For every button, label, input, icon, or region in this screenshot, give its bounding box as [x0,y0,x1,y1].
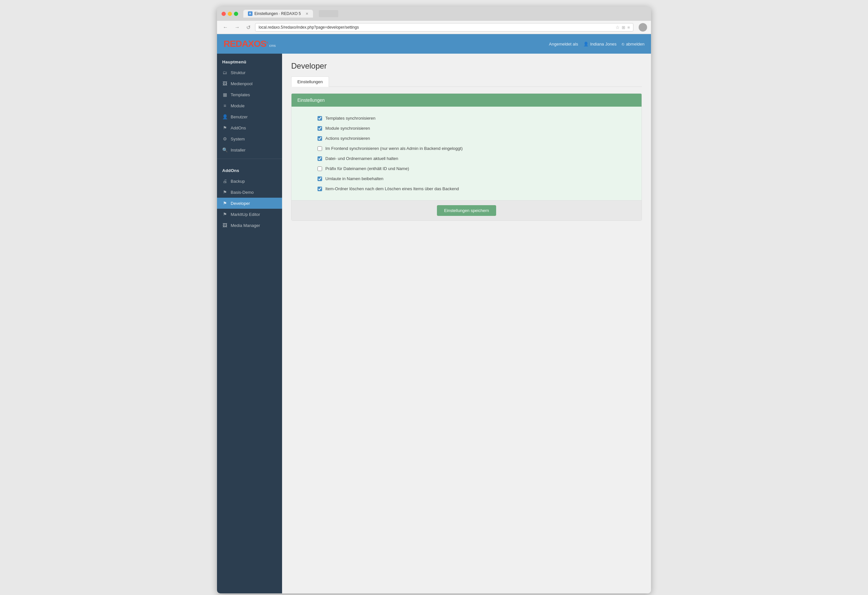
templates-icon: ▦ [222,92,227,97]
sidebar-item-module-label: Module [231,103,245,108]
username-label: Indiana Jones [590,41,617,47]
checkbox-datei-ordner[interactable] [317,156,322,161]
page-title: Developer [291,62,642,71]
logo-text: REDAXOS® [223,39,268,49]
bookmark-icon[interactable]: ☆ [616,25,620,30]
sidebar-item-templates-label: Templates [231,92,250,97]
sidebar-item-system[interactable]: ⚙ System [217,133,282,144]
hauptmenu-title: Hauptmenü [217,54,282,67]
checkbox-row-item-ordner: Item-Ordner löschen nach dem Löschen ein… [291,184,642,194]
username-area: 👤 Indiana Jones [583,41,617,47]
checkbox-umlaute[interactable] [317,177,322,181]
logout-icon: ⎋ [622,41,624,47]
reload-button[interactable]: ↺ [244,24,252,31]
back-button[interactable]: ← [221,24,230,31]
logout-area[interactable]: ⎋ abmelden [622,41,645,47]
app-main: Hauptmenü 🗂 Struktur 🖼 Medienpool ▦ Temp… [217,54,651,594]
tabs-bar: Einstellungen [291,77,642,87]
sidebar-item-installer[interactable]: 🔍 Installer [217,144,282,155]
checkbox-actions-sync[interactable] [317,136,322,141]
sidebar-item-system-label: System [231,137,245,141]
sidebar-item-media-manager-label: Media Manager [231,223,260,228]
sidebar-item-medienpool-label: Medienpool [231,81,252,86]
browser-toolbar: ← → ↺ local.redaxo.5/redaxo/index.php?pa… [217,21,651,34]
settings-panel-body: Templates synchronisieren Module synchro… [291,107,642,200]
app-logo: REDAXOS® cms [223,39,276,49]
checkbox-templates-sync[interactable] [317,116,322,121]
sidebar-item-struktur[interactable]: 🗂 Struktur [217,67,282,78]
module-icon: ≡ [222,103,227,108]
settings-panel: Einstellungen Templates synchronisieren … [291,93,642,221]
settings-panel-footer: Einstellungen speichern [291,200,642,221]
angemeldet-als-label: Angemeldet als [549,41,578,47]
sidebar-item-addons[interactable]: ⚑ AddOns [217,122,282,133]
sidebar-item-addons-label: AddOns [231,125,246,130]
logo-cms: cms [269,44,276,47]
checkbox-row-actions-sync: Actions synchronisieren [291,133,642,143]
markitup-icon: ⚑ [222,212,227,217]
checkbox-row-datei-ordner: Datei- und Ordnernamen aktuell halten [291,153,642,163]
sidebar: Hauptmenü 🗂 Struktur 🖼 Medienpool ▦ Temp… [217,54,282,594]
tab-title: Einstellungen · REDAXO 5 [254,11,301,16]
sidebar-item-templates[interactable]: ▦ Templates [217,89,282,100]
sidebar-item-backup-label: Backup [231,179,245,184]
logout-label: abmelden [626,41,645,47]
backup-icon: 🖨 [222,178,227,184]
struktur-icon: 🗂 [222,70,227,75]
benutzer-icon: 👤 [222,114,227,119]
logo-registered: ® [266,41,268,44]
tab-einstellungen[interactable]: Einstellungen [291,77,329,87]
checkbox-item-ordner[interactable] [317,187,322,191]
save-button[interactable]: Einstellungen speichern [437,205,496,216]
checkbox-templates-sync-label: Templates synchronisieren [325,116,375,121]
checkbox-frontend-sync[interactable] [317,146,322,151]
medienpool-icon: 🖼 [222,81,227,86]
checkbox-actions-sync-label: Actions synchronisieren [325,136,370,141]
tab-close-icon[interactable]: ✕ [306,12,309,16]
new-tab-area [319,10,338,17]
sidebar-item-benutzer-label: Benutzer [231,115,248,119]
installer-icon: 🔍 [222,147,227,153]
sidebar-item-markitup[interactable]: ⚑ MarkItUp Editor [217,209,282,220]
checkbox-row-frontend-sync: Im Frontend synchronisieren (nur wenn al… [291,143,642,153]
checkbox-frontend-sync-label: Im Frontend synchronisieren (nur wenn al… [325,146,463,151]
maximize-button[interactable] [234,12,238,16]
address-bar[interactable]: local.redaxo.5/redaxo/index.php?page=dev… [255,23,633,31]
checkbox-row-praefix: Präfix für Dateinamen (enthält ID und Na… [291,163,642,174]
sidebar-item-basis-demo[interactable]: ⚑ Basis-Demo [217,187,282,198]
close-button[interactable] [221,12,226,16]
sidebar-item-basis-demo-label: Basis-Demo [231,190,254,195]
address-text: local.redaxo.5/redaxo/index.php?page=dev… [258,25,614,29]
checkbox-row-module-sync: Module synchronisieren [291,123,642,133]
browser-tab[interactable]: R Einstellungen · REDAXO 5 ✕ [244,10,313,18]
tab-favicon: R [248,11,252,16]
sidebar-item-installer-label: Installer [231,147,246,153]
sidebar-item-medienpool[interactable]: 🖼 Medienpool [217,78,282,89]
browser-profile-icon[interactable] [639,23,647,31]
checkbox-praefix[interactable] [317,166,322,171]
developer-icon: ⚑ [222,200,227,206]
sidebar-item-markitup-label: MarkItUp Editor [231,212,260,217]
checkbox-praefix-label: Präfix für Dateinamen (enthält ID und Na… [325,166,409,171]
basis-demo-icon: ⚑ [222,190,227,195]
forward-button[interactable]: → [233,24,242,31]
checkbox-module-sync-label: Module synchronisieren [325,126,370,131]
minimize-button[interactable] [228,12,232,16]
sidebar-item-developer-label: Developer [231,201,250,206]
sidebar-item-module[interactable]: ≡ Module [217,100,282,111]
sidebar-item-developer[interactable]: ⚑ Developer [217,198,282,209]
sidebar-item-media-manager[interactable]: 🖼 Media Manager [217,220,282,231]
addons-icon: ⚑ [222,125,227,130]
checkbox-datei-ordner-label: Datei- und Ordnernamen aktuell halten [325,156,398,161]
sidebar-item-backup[interactable]: 🖨 Backup [217,175,282,187]
addons-section-title: AddOns [217,162,282,175]
checkbox-module-sync[interactable] [317,126,322,131]
app-wrapper: REDAXOS® cms Angemeldet als 👤 Indiana Jo… [217,34,651,594]
menu-icon: ≡ [627,25,630,30]
logo-white: AXOS [242,39,266,49]
user-icon: 👤 [583,41,589,47]
sidebar-divider [217,159,282,159]
system-icon: ⚙ [222,136,227,141]
checkbox-umlaute-label: Umlaute in Namen beibehalten [325,176,384,181]
sidebar-item-benutzer[interactable]: 👤 Benutzer [217,111,282,122]
